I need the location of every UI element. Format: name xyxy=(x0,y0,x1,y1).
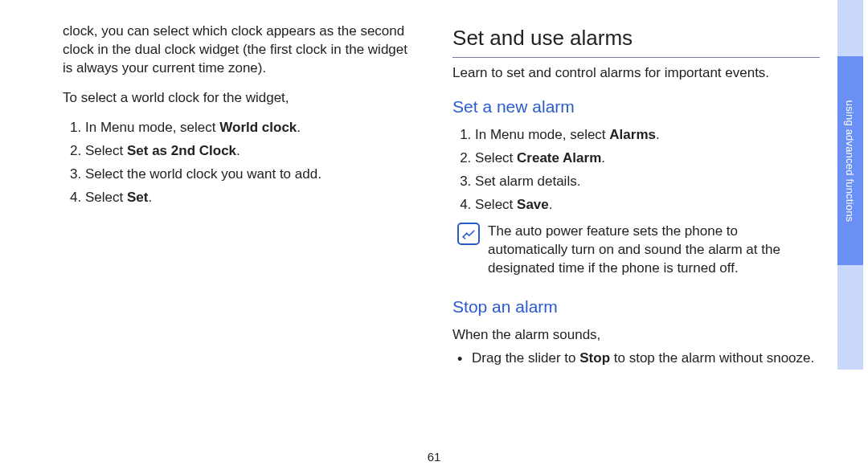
left-column: clock, you can select which clock appear… xyxy=(63,22,414,373)
bullet-pre: Drag the slider to xyxy=(472,350,579,366)
bullet-bold: Stop xyxy=(579,350,610,366)
set-alarm-steps: In Menu mode, select Alarms. Select Crea… xyxy=(452,126,820,215)
section-side-tab: using advanced functions xyxy=(837,0,863,370)
step-item: Set alarm details. xyxy=(475,173,820,191)
step-item: Select Set. xyxy=(85,189,414,207)
manual-page: clock, you can select which clock appear… xyxy=(0,0,868,470)
step-item: Select the world clock you want to add. xyxy=(85,166,414,184)
section-title: Set and use alarms xyxy=(452,24,820,58)
left-intro-paragraph: clock, you can select which clock appear… xyxy=(63,22,414,78)
step-bold: Save xyxy=(517,197,549,212)
left-lead: To select a world clock for the widget, xyxy=(63,89,414,108)
step-item: Select Set as 2nd Clock. xyxy=(85,142,414,161)
step-bold: Create Alarm xyxy=(517,150,601,166)
stop-alarm-bullets: Drag the slider to Stop to stop the alar… xyxy=(452,349,820,368)
tab-bottom-segment xyxy=(837,265,863,370)
step-item: Select Create Alarm. xyxy=(475,149,820,168)
set-new-alarm-heading: Set a new alarm xyxy=(452,96,820,118)
step-text: Select xyxy=(475,197,517,212)
step-post: . xyxy=(656,127,660,142)
right-column: Set and use alarms Learn to set and cont… xyxy=(452,22,820,373)
step-item: In Menu mode, select World clock. xyxy=(85,119,414,137)
right-intro: Learn to set and control alarms for impo… xyxy=(452,64,820,83)
step-bold: Set xyxy=(127,190,148,205)
tab-active-segment: using advanced functions xyxy=(837,56,863,265)
step-text: Select xyxy=(85,143,127,158)
step-text: Select xyxy=(85,190,127,205)
bullet-item: Drag the slider to Stop to stop the alar… xyxy=(457,349,820,368)
content-columns: clock, you can select which clock appear… xyxy=(0,0,868,373)
step-text: Select xyxy=(475,150,517,166)
step-bold: Alarms xyxy=(609,127,656,142)
note-text: The auto power feature sets the phone to… xyxy=(488,223,820,278)
step-post: . xyxy=(601,150,605,166)
step-item: In Menu mode, select Alarms. xyxy=(475,126,820,145)
page-number: 61 xyxy=(0,450,868,464)
step-text: In Menu mode, select xyxy=(475,127,609,142)
step-post: . xyxy=(549,197,553,212)
stop-alarm-lead: When the alarm sounds, xyxy=(452,326,820,345)
stop-alarm-heading: Stop an alarm xyxy=(452,296,820,318)
step-bold: Set as 2nd Clock xyxy=(127,143,236,158)
step-text: Set alarm details. xyxy=(475,174,580,189)
step-text: In Menu mode, select xyxy=(85,120,219,135)
note-icon xyxy=(457,223,480,245)
step-text: Select the world clock you want to add. xyxy=(85,166,321,182)
bullet-post: to stop the alarm without snooze. xyxy=(610,350,814,366)
note-block: The auto power feature sets the phone to… xyxy=(452,223,820,278)
tab-top-segment xyxy=(837,0,863,56)
step-item: Select Save. xyxy=(475,196,820,215)
step-bold: World clock xyxy=(219,120,297,135)
world-clock-steps: In Menu mode, select World clock. Select… xyxy=(63,119,414,207)
tab-label: using advanced functions xyxy=(845,100,857,222)
step-post: . xyxy=(236,143,240,158)
step-post: . xyxy=(297,120,301,135)
step-post: . xyxy=(148,190,152,205)
